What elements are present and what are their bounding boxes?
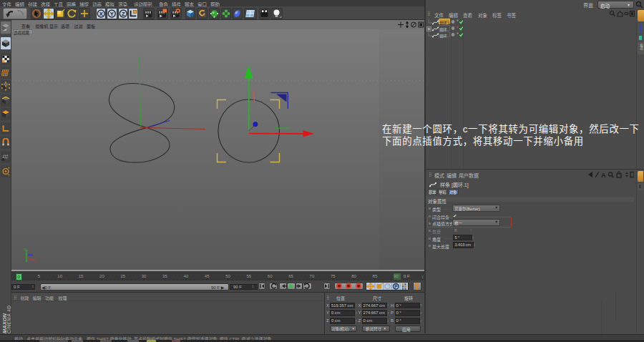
- svg-text:Y: Y: [110, 11, 114, 17]
- svg-text:Y: Y: [24, 248, 26, 252]
- svg-text:Z: Z: [121, 11, 125, 17]
- svg-text:A: A: [601, 172, 606, 179]
- svg-text:X: X: [99, 11, 102, 17]
- svg-text:P: P: [394, 283, 398, 288]
